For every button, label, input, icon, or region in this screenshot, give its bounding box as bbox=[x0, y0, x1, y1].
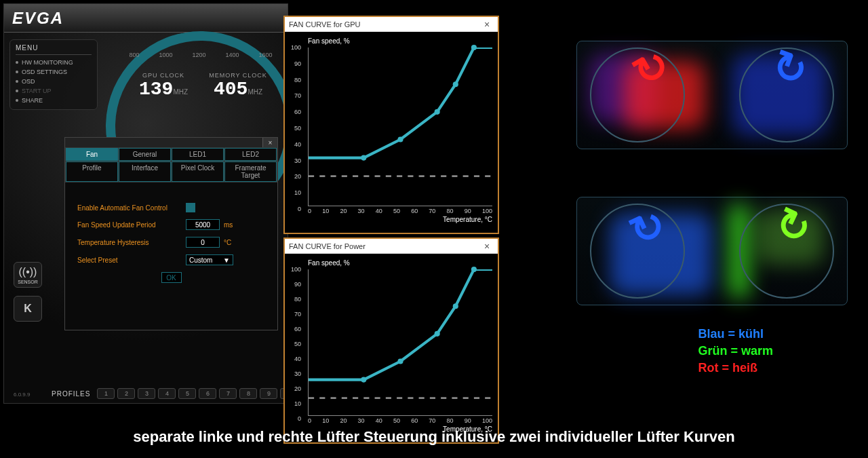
chart-power-titlebar[interactable]: FAN CURVE for Power × bbox=[285, 239, 498, 254]
chart-gpu-title: FAN CURVE for GPU bbox=[289, 20, 361, 28]
fan-curve-power-window: FAN CURVE for Power × Fan speed, % 10090… bbox=[283, 237, 499, 444]
legend-red: Rot = heiß bbox=[698, 360, 773, 377]
svg-point-10 bbox=[453, 303, 458, 309]
chevron-down-icon: ▼ bbox=[223, 256, 230, 264]
gpu-card-thermal-cool: ↻ ↻ bbox=[570, 190, 854, 312]
dialog-body: Enable Automatic Fan Control Fan Speed U… bbox=[65, 183, 277, 303]
fan-settings-dialog: × Fan General LED1 LED2 Profile Interfac… bbox=[64, 137, 278, 330]
update-period-input[interactable] bbox=[186, 219, 220, 230]
title-bar: EVGA bbox=[4, 4, 288, 33]
profile-slot-5[interactable]: 5 bbox=[178, 388, 196, 399]
tab-led2[interactable]: LED2 bbox=[224, 148, 277, 161]
caption-text: separate linke und rechte Lüfter Steueru… bbox=[0, 428, 868, 446]
profile-slot-8[interactable]: 8 bbox=[239, 388, 257, 399]
tab-fan[interactable]: Fan bbox=[66, 148, 118, 161]
chart-power-area: Fan speed, % 1009080706050403020100 0102… bbox=[285, 254, 498, 442]
profile-slot-2[interactable]: 2 bbox=[117, 388, 135, 399]
memory-clock-readout: MEMORY CLOCK 405MHZ bbox=[208, 72, 269, 100]
chart-power-plot[interactable] bbox=[308, 269, 492, 416]
svg-point-8 bbox=[397, 358, 403, 364]
version-label: 6.0.9.9 bbox=[14, 392, 30, 398]
profiles-bar: PROFILES 1 2 3 4 5 6 7 8 9 0 bbox=[52, 388, 298, 399]
chart-gpu-plot[interactable] bbox=[308, 47, 492, 206]
chart-power-ylabel: Fan speed, % bbox=[308, 259, 492, 267]
auto-fan-label: Enable Automatic Fan Control bbox=[77, 204, 186, 212]
svg-point-5 bbox=[471, 45, 477, 50]
auto-fan-checkbox[interactable] bbox=[186, 203, 195, 212]
chart-gpu-area: Fan speed, % 1009080706050403020100 0102… bbox=[285, 32, 498, 233]
svg-point-1 bbox=[361, 155, 366, 161]
tab-framerate-target[interactable]: Framerate Target bbox=[224, 161, 277, 182]
svg-point-7 bbox=[361, 377, 366, 383]
menu-share[interactable]: SHARE bbox=[16, 96, 92, 105]
gpu-card-thermal-hot: ↻ ↻ bbox=[570, 34, 854, 156]
update-period-label: Fan Speed Update Period bbox=[77, 221, 186, 229]
hysteresis-label: Temperature Hysteresis bbox=[77, 239, 186, 246]
tab-led1[interactable]: LED1 bbox=[172, 148, 224, 161]
menu-osd[interactable]: OSD bbox=[16, 77, 92, 86]
gpu-clock-readout: GPU CLOCK 139MHZ bbox=[133, 72, 194, 100]
menu-startup[interactable]: START UP bbox=[16, 86, 92, 96]
tab-interface[interactable]: Interface bbox=[119, 161, 171, 182]
menu-panel: MENU HW MONITORING OSD SETTINGS OSD STAR… bbox=[9, 39, 98, 110]
svg-point-3 bbox=[435, 109, 440, 115]
legend-green: Grün = warm bbox=[698, 343, 773, 360]
gauge-ticks: 800 1000 1200 1400 1600 bbox=[119, 52, 282, 58]
chart-gpu-yaxis: 1009080706050403020100 bbox=[285, 44, 301, 212]
legend-blue: Blau = kühl bbox=[698, 326, 773, 343]
profiles-label: PROFILES bbox=[52, 390, 90, 398]
profile-slot-3[interactable]: 3 bbox=[138, 388, 155, 399]
profile-slot-4[interactable]: 4 bbox=[158, 388, 176, 399]
color-legend: Blau = kühl Grün = warm Rot = heiß bbox=[698, 326, 773, 377]
fan-curve-gpu-window: FAN CURVE for GPU × Fan speed, % 1009080… bbox=[283, 16, 499, 234]
sensor-button[interactable]: ((•)) SENSOR bbox=[14, 262, 42, 288]
profile-slot-1[interactable]: 1 bbox=[97, 388, 115, 399]
tab-profile[interactable]: Profile bbox=[66, 161, 118, 182]
chart-gpu-close-button[interactable]: × bbox=[480, 18, 494, 31]
chart-power-title: FAN CURVE for Power bbox=[289, 242, 366, 250]
dialog-close-button[interactable]: × bbox=[262, 138, 277, 147]
brand-logo: EVGA bbox=[12, 9, 64, 28]
tab-general[interactable]: General bbox=[119, 148, 171, 161]
profile-slot-6[interactable]: 6 bbox=[199, 388, 216, 399]
svg-point-11 bbox=[471, 267, 477, 272]
chart-power-close-button[interactable]: × bbox=[480, 240, 494, 253]
profile-slot-7[interactable]: 7 bbox=[219, 388, 237, 399]
preset-select[interactable]: Custom ▼ bbox=[186, 254, 233, 265]
svg-point-4 bbox=[453, 81, 458, 87]
tab-pixel-clock[interactable]: Pixel Clock bbox=[172, 161, 224, 182]
k-boost-button[interactable]: K bbox=[14, 296, 42, 322]
chart-power-yaxis: 1009080706050403020100 bbox=[285, 266, 301, 422]
sensor-icon: ((•)) bbox=[19, 266, 37, 278]
menu-hw-monitoring[interactable]: HW MONITORING bbox=[16, 58, 92, 67]
hysteresis-input[interactable] bbox=[186, 237, 220, 248]
ok-button[interactable]: OK bbox=[161, 272, 182, 283]
chart-gpu-ylabel: Fan speed, % bbox=[308, 37, 492, 45]
settings-tabs: Fan General LED1 LED2 Profile Interface … bbox=[65, 147, 277, 183]
svg-point-9 bbox=[435, 331, 440, 337]
menu-title: MENU bbox=[16, 44, 92, 55]
chart-gpu-titlebar[interactable]: FAN CURVE for GPU × bbox=[285, 17, 498, 32]
dialog-titlebar: × bbox=[65, 138, 277, 147]
svg-point-2 bbox=[397, 136, 403, 142]
preset-label: Select Preset bbox=[77, 256, 186, 264]
menu-osd-settings[interactable]: OSD SETTINGS bbox=[16, 67, 92, 77]
profile-slot-9[interactable]: 9 bbox=[260, 388, 277, 399]
